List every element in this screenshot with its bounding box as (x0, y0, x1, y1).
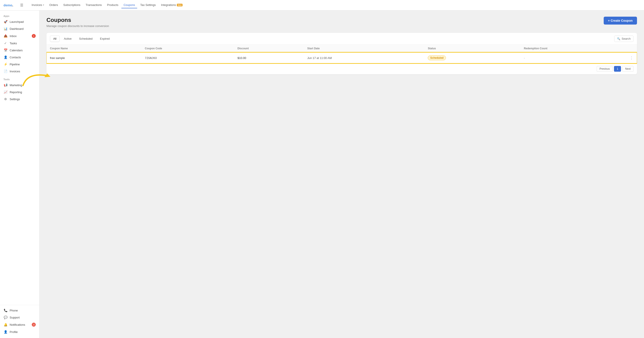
sidebar-bottom: 📞Phone💬Support🔔Notifications32👤Profile (0, 305, 39, 335)
filter-tabs: AllActiveScheduledExpired (50, 36, 113, 42)
page-subtitle: Manage coupon discounts to increase conv… (46, 24, 109, 28)
sidebar-item-settings[interactable]: ⚙Settings (0, 96, 39, 102)
sidebar-bottom-items: 📞Phone💬Support🔔Notifications32👤Profile (0, 307, 39, 335)
page-header: Coupons Manage coupon discounts to incre… (46, 17, 637, 28)
sidebar: Apps 🚀Launchpad📊Dashboard📥Inbox1✓Tasks📅C… (0, 10, 40, 338)
pipeline-icon: ⚡ (4, 62, 8, 66)
phone-icon: 📞 (4, 309, 8, 312)
status-cell: Scheduled (424, 52, 520, 64)
tools-label: Tools (0, 76, 39, 82)
sidebar-label: Settings (10, 98, 20, 101)
sidebar-item-launchpad[interactable]: 🚀Launchpad (0, 18, 39, 25)
table-wrapper: Coupon NameCoupon CodeDiscountStart Date… (46, 45, 637, 63)
previous-button[interactable]: Previous (597, 66, 613, 72)
sidebar-bottom-profile[interactable]: 👤Profile (0, 328, 39, 335)
hamburger-icon[interactable]: ☰ (20, 3, 23, 7)
sidebar-label: Dashboard (10, 27, 24, 30)
page-1-button[interactable]: 1 (614, 66, 621, 72)
apps-label: Apps (0, 13, 39, 18)
sidebar-bottom-phone[interactable]: 📞Phone (0, 307, 39, 314)
inbox-badge: 1 (32, 34, 36, 38)
nav-item-transactions[interactable]: Transactions (84, 2, 104, 8)
main-layout: Apps 🚀Launchpad📊Dashboard📥Inbox1✓Tasks📅C… (0, 10, 644, 338)
search-label: Search (622, 37, 631, 40)
sidebar-item-reporting[interactable]: 📈Reporting (0, 88, 39, 96)
sidebar-bottom-support[interactable]: 💬Support (0, 314, 39, 321)
sidebar-label: Phone (10, 309, 18, 312)
invoices-icon: 📄 (4, 70, 8, 73)
sidebar-bottom-notifications[interactable]: 🔔Notifications32 (0, 321, 39, 328)
sidebar-item-calendars[interactable]: 📅Calendars (0, 47, 39, 54)
support-icon: 💬 (4, 316, 8, 319)
contacts-icon: 👤 (4, 56, 8, 59)
sidebar-label: Calendars (10, 49, 22, 52)
sidebar-tools: 📢Marketing📈Reporting⚙Settings (0, 82, 39, 102)
top-nav: demo. ☰ Invoices▾OrdersSubscriptionsTran… (0, 0, 644, 10)
sidebar-item-pipeline[interactable]: ⚡Pipeline (0, 61, 39, 68)
sidebar-label: Reporting (10, 90, 22, 94)
filter-tab-all[interactable]: All (50, 36, 60, 42)
pagination: Previous 1 Next (46, 63, 637, 74)
redemption-count-cell: -⋮ (520, 52, 637, 63)
table-row[interactable]: free sample7ZGNJKX$10.00Jun 17 at 11:00 … (46, 52, 637, 64)
create-coupon-button[interactable]: + Create Coupon (604, 17, 637, 24)
launchpad-icon: 🚀 (4, 20, 8, 24)
sidebar-label: Marketing (10, 84, 22, 87)
nav-item-coupons[interactable]: Coupons (122, 2, 137, 8)
col-header-discount: Discount (234, 45, 304, 52)
calendars-icon: 📅 (4, 48, 8, 52)
col-header-redemption-count: Redemption Count (520, 45, 637, 52)
table-header-row: Coupon NameCoupon CodeDiscountStart Date… (46, 45, 637, 52)
nav-item-tax-settings[interactable]: Tax Settings (138, 2, 158, 8)
profile-icon: 👤 (4, 330, 8, 334)
coupons-table: Coupon NameCoupon CodeDiscountStart Date… (46, 45, 637, 63)
sidebar-label: Invoices (10, 70, 20, 73)
col-header-status: Status (424, 45, 520, 52)
coupon-code-cell: 7ZGNJKX (141, 52, 234, 64)
sidebar-label: Profile (10, 330, 18, 334)
page-title-block: Coupons Manage coupon discounts to incre… (46, 17, 109, 28)
sidebar-apps: 🚀Launchpad📊Dashboard📥Inbox1✓Tasks📅Calend… (0, 18, 39, 75)
filter-tab-expired[interactable]: Expired (97, 36, 113, 42)
nav-item-orders[interactable]: Orders (47, 2, 60, 8)
sidebar-label: Tasks (10, 42, 17, 45)
chevron-down-icon: ▾ (43, 4, 44, 6)
content-area: Coupons Manage coupon discounts to incre… (40, 10, 644, 338)
nav-badge: New (177, 4, 183, 6)
filter-tab-active[interactable]: Active (60, 36, 75, 42)
tasks-icon: ✓ (4, 42, 8, 45)
sidebar-item-marketing[interactable]: 📢Marketing (0, 82, 39, 88)
nav-items: Invoices▾OrdersSubscriptionsTransactions… (29, 2, 185, 8)
nav-item-integrations[interactable]: IntegrationsNew (159, 2, 185, 8)
col-header-coupon-code: Coupon Code (141, 45, 234, 52)
sidebar-label: Contacts (10, 56, 21, 59)
sidebar-label: Notifications (10, 323, 25, 326)
nav-item-invoices[interactable]: Invoices▾ (29, 2, 46, 8)
sidebar-label: Launchpad (10, 20, 24, 24)
sidebar-item-dashboard[interactable]: 📊Dashboard (0, 25, 39, 32)
logo: demo. (4, 3, 13, 7)
inbox-icon: 📥 (4, 34, 8, 38)
search-icon: 🔍 (617, 37, 620, 40)
reporting-icon: 📈 (4, 90, 8, 94)
nav-item-products[interactable]: Products (105, 2, 120, 8)
marketing-icon: 📢 (4, 83, 8, 87)
sidebar-item-tasks[interactable]: ✓Tasks (0, 40, 39, 47)
start-date-cell: Jun 17 at 11:00 AM (304, 52, 424, 64)
table-body: free sample7ZGNJKX$10.00Jun 17 at 11:00 … (46, 52, 637, 64)
settings-icon: ⚙ (4, 97, 8, 101)
next-button[interactable]: Next (622, 66, 634, 72)
status-badge: Scheduled (428, 56, 446, 60)
table-head: Coupon NameCoupon CodeDiscountStart Date… (46, 45, 637, 52)
col-header-coupon-name: Coupon Name (46, 45, 141, 52)
discount-cell: $10.00 (234, 52, 304, 64)
search-box[interactable]: 🔍 Search (614, 36, 634, 42)
row-actions-menu-icon[interactable]: ⋮ (630, 56, 634, 60)
filter-tab-scheduled[interactable]: Scheduled (76, 36, 96, 42)
nav-item-subscriptions[interactable]: Subscriptions (61, 2, 82, 8)
sidebar-item-contacts[interactable]: 👤Contacts (0, 54, 39, 61)
sidebar-item-invoices[interactable]: 📄Invoices (0, 68, 39, 75)
sidebar-label: Inbox (10, 34, 17, 38)
sidebar-item-inbox[interactable]: 📥Inbox1 (0, 32, 39, 40)
dashboard-icon: 📊 (4, 27, 8, 30)
